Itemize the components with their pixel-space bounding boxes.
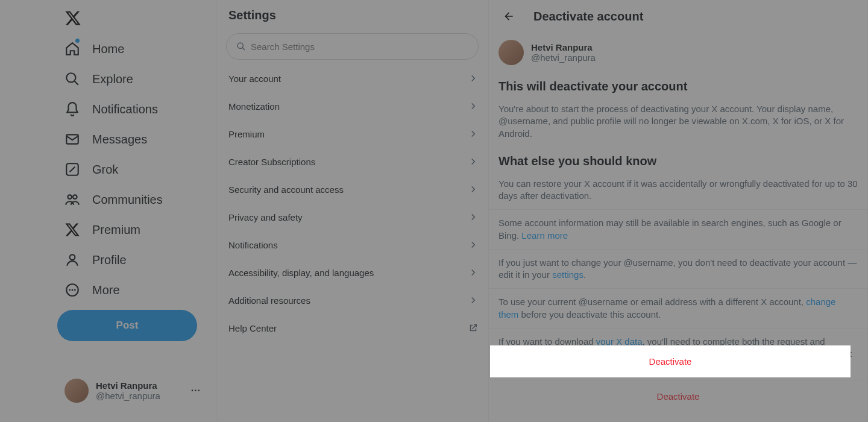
nav-profile[interactable]: Profile bbox=[57, 245, 216, 275]
nav-label: More bbox=[92, 283, 120, 297]
chevron-right-icon bbox=[468, 295, 479, 306]
search-icon bbox=[64, 71, 80, 87]
settings-item-label: Accessibility, display, and languages bbox=[228, 268, 374, 278]
settings-item[interactable]: Notifications bbox=[216, 231, 488, 259]
nav-label: Home bbox=[92, 42, 124, 56]
section-text: You're about to start the process of dea… bbox=[489, 101, 867, 147]
nav-label: Messages bbox=[92, 133, 147, 146]
settings-item-label: Notifications bbox=[228, 240, 278, 250]
nav-label: Communities bbox=[92, 193, 163, 207]
svg-line-13 bbox=[242, 48, 245, 50]
chevron-right-icon bbox=[468, 239, 479, 250]
account-switcher[interactable]: Hetvi Ranpura @hetvi_ranpura ··· bbox=[57, 371, 208, 410]
learn-more-link[interactable]: Learn more bbox=[521, 230, 568, 241]
svg-point-0 bbox=[66, 73, 75, 82]
settings-list: Your accountMonetizationPremiumCreator S… bbox=[216, 65, 488, 342]
nav-home[interactable]: Home bbox=[57, 34, 216, 64]
communities-icon bbox=[64, 192, 80, 207]
chevron-right-icon bbox=[468, 267, 479, 278]
deactivate-button[interactable]: Deactivate bbox=[489, 380, 867, 412]
settings-item[interactable]: Premium bbox=[216, 120, 488, 148]
settings-column: Settings Your accountMonetizationPremium… bbox=[216, 0, 488, 422]
mail-icon bbox=[64, 131, 80, 147]
settings-search[interactable] bbox=[226, 33, 479, 60]
chevron-right-icon bbox=[468, 73, 479, 84]
avatar bbox=[64, 379, 89, 403]
detail-header: Deactivate account bbox=[489, 0, 867, 33]
info-text: You can restore your X account if it was… bbox=[489, 175, 867, 210]
home-icon bbox=[64, 41, 80, 57]
settings-link[interactable]: settings bbox=[552, 269, 583, 280]
info-block: To use your current @username or email a… bbox=[489, 288, 867, 328]
user-name: Hetvi Ranpura bbox=[531, 42, 596, 52]
x-logo[interactable] bbox=[57, 5, 87, 34]
info-block: If you just want to change your @usernam… bbox=[489, 249, 867, 289]
deactivate-button-spotlight[interactable]: Deactivate bbox=[490, 345, 851, 377]
info-text: To use your current @username or email a… bbox=[498, 297, 806, 307]
search-input[interactable] bbox=[251, 42, 468, 52]
info-block: Some account information may still be av… bbox=[489, 209, 867, 249]
settings-item-label: Help Center bbox=[228, 323, 277, 333]
settings-item-label: Premium bbox=[228, 129, 265, 139]
nav-explore[interactable]: Explore bbox=[57, 64, 216, 94]
grok-icon bbox=[64, 162, 80, 177]
nav-notifications[interactable]: Notifications bbox=[57, 94, 216, 124]
svg-point-9 bbox=[69, 289, 71, 291]
user-text: Hetvi Ranpura @hetvi_ranpura bbox=[531, 42, 596, 63]
chevron-right-icon bbox=[468, 184, 479, 195]
settings-item-label: Monetization bbox=[228, 101, 280, 112]
user-handle: @hetvi_ranpura bbox=[531, 52, 596, 63]
settings-item[interactable]: Monetization bbox=[216, 92, 488, 120]
arrow-left-icon bbox=[503, 10, 515, 22]
settings-item[interactable]: Accessibility, display, and languages bbox=[216, 259, 488, 286]
post-button[interactable]: Post bbox=[57, 310, 197, 341]
nav-label: Grok bbox=[92, 163, 118, 177]
account-handle: @hetvi_ranpura bbox=[96, 391, 184, 401]
search-icon bbox=[236, 42, 246, 51]
info-text: before you deactivate this account. bbox=[518, 309, 661, 320]
chevron-right-icon bbox=[468, 156, 479, 167]
chevron-right-icon bbox=[468, 128, 479, 139]
user-row[interactable]: Hetvi Ranpura @hetvi_ranpura bbox=[489, 33, 867, 72]
settings-item[interactable]: Creator Subscriptions bbox=[216, 148, 488, 175]
chevron-right-icon bbox=[468, 212, 479, 222]
bell-icon bbox=[64, 101, 80, 117]
nav-premium[interactable]: Premium bbox=[57, 215, 216, 245]
x-icon bbox=[64, 222, 80, 238]
settings-item-label: Privacy and safety bbox=[228, 212, 303, 222]
settings-item[interactable]: Your account bbox=[216, 65, 488, 92]
ellipsis-icon: ··· bbox=[191, 385, 201, 396]
svg-point-11 bbox=[74, 289, 76, 291]
nav-label: Explore bbox=[92, 72, 133, 86]
nav-grok[interactable]: Grok bbox=[57, 154, 216, 184]
chevron-right-icon bbox=[468, 101, 479, 112]
settings-title: Settings bbox=[216, 0, 488, 33]
account-name: Hetvi Ranpura bbox=[96, 380, 184, 391]
svg-line-4 bbox=[70, 167, 75, 172]
svg-point-10 bbox=[72, 289, 74, 291]
settings-item[interactable]: Additional resources bbox=[216, 286, 488, 314]
primary-nav: Home Explore Notifications Messages Grok… bbox=[0, 0, 216, 422]
external-link-icon bbox=[468, 323, 479, 333]
settings-item-label: Additional resources bbox=[228, 295, 310, 306]
profile-icon bbox=[64, 252, 80, 268]
back-button[interactable] bbox=[498, 6, 519, 27]
nav-more[interactable]: More bbox=[57, 275, 216, 305]
svg-line-1 bbox=[74, 81, 78, 85]
settings-item[interactable]: Help Center bbox=[216, 314, 488, 342]
nav-label: Notifications bbox=[92, 102, 158, 116]
section-heading: This will deactivate your account bbox=[489, 72, 867, 101]
settings-item[interactable]: Privacy and safety bbox=[216, 203, 488, 231]
nav-label: Profile bbox=[92, 253, 127, 267]
settings-item[interactable]: Security and account access bbox=[216, 175, 488, 203]
nav-messages[interactable]: Messages bbox=[57, 124, 216, 154]
section-heading: What else you should know bbox=[489, 147, 867, 175]
svg-point-12 bbox=[237, 43, 243, 48]
settings-item-label: Creator Subscriptions bbox=[228, 157, 315, 167]
more-icon bbox=[64, 282, 80, 298]
nav-label: Premium bbox=[92, 223, 140, 237]
svg-point-6 bbox=[73, 195, 77, 199]
nav-communities[interactable]: Communities bbox=[57, 184, 216, 215]
svg-point-5 bbox=[68, 195, 72, 199]
settings-item-label: Security and account access bbox=[228, 184, 344, 195]
